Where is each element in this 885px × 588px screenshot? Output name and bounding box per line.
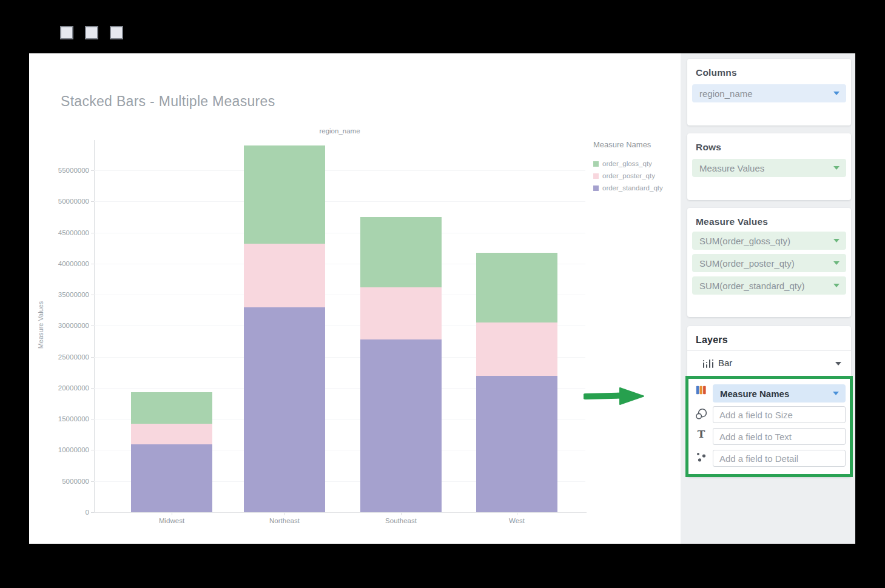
bar-segment-order_standard_qty-midwest[interactable] xyxy=(131,444,212,512)
x-axis-tick xyxy=(517,513,517,515)
legend-swatch-icon xyxy=(593,161,599,167)
legend-swatch-icon xyxy=(593,173,599,179)
column-axis-label: region_name xyxy=(94,127,585,135)
size-field-input[interactable] xyxy=(713,406,846,423)
rows-field-pill[interactable]: Measure Values xyxy=(692,159,846,177)
legend-title: Measure Names xyxy=(593,140,678,149)
y-axis-tick xyxy=(91,170,94,171)
y-tick-label: 5000000 xyxy=(35,478,89,485)
bar-segment-order_gloss_qty-west[interactable] xyxy=(476,253,557,322)
plot-area: 0500000010000000150000002000000025000000… xyxy=(94,140,585,512)
legend-label: order_standard_qty xyxy=(602,184,663,192)
bar-segment-order_poster_qty-midwest[interactable] xyxy=(131,424,212,444)
bar-chart-icon xyxy=(702,358,716,369)
measure-values-header: Measure Values xyxy=(687,208,851,227)
layers-header: Layers xyxy=(687,326,851,346)
rows-field-label: Measure Values xyxy=(699,163,764,173)
measure-values-shelf: Measure Values SUM(order_gloss_qty)SUM(o… xyxy=(687,208,851,317)
x-axis-tick xyxy=(401,513,402,515)
measure-value-pill[interactable]: SUM(order_poster_qty) xyxy=(692,254,846,272)
gridline xyxy=(94,170,585,171)
layer-type-row[interactable]: Bar xyxy=(687,351,851,376)
legend-item-order_poster_qty[interactable]: order_poster_qty xyxy=(593,170,678,182)
legend-label: order_poster_qty xyxy=(602,172,655,179)
y-axis-tick xyxy=(91,201,94,202)
bar-segment-order_gloss_qty-northeast[interactable] xyxy=(244,145,325,244)
layer-type-label: Bar xyxy=(718,358,732,368)
legend-item-order_gloss_qty[interactable]: order_gloss_qty xyxy=(593,158,678,170)
detail-field-input[interactable] xyxy=(713,450,846,467)
measure-value-pill[interactable]: SUM(order_standard_qty) xyxy=(692,276,846,295)
color-field-pill[interactable]: Measure Names xyxy=(713,384,846,403)
y-axis-tick xyxy=(91,264,94,264)
titlebar-square-1[interactable] xyxy=(60,26,73,39)
chevron-down-icon[interactable] xyxy=(833,284,840,287)
y-tick-label: 35000000 xyxy=(35,291,89,298)
bar-segment-order_gloss_qty-southeast[interactable] xyxy=(360,217,442,287)
gridline xyxy=(94,201,585,202)
gridline xyxy=(94,233,585,233)
color-icon xyxy=(695,384,707,396)
bar-segment-order_poster_qty-northeast[interactable] xyxy=(244,244,325,307)
sidebar: Columns region_name Rows Measure Values … xyxy=(681,53,855,544)
chevron-down-icon[interactable] xyxy=(833,166,840,170)
x-axis-tick xyxy=(284,513,285,515)
legend-item-order_standard_qty[interactable]: order_standard_qty xyxy=(593,182,678,194)
x-axis-tick xyxy=(172,513,172,515)
y-tick-label: 20000000 xyxy=(35,384,89,392)
legend-label: order_gloss_qty xyxy=(602,160,652,167)
app-window: Stacked Bars - Multiple Measures region_… xyxy=(29,53,855,544)
columns-field-label: region_name xyxy=(699,89,753,99)
color-field-label: Measure Names xyxy=(720,389,789,399)
chevron-down-icon[interactable] xyxy=(833,92,840,95)
y-tick-label: 15000000 xyxy=(35,415,89,423)
y-tick-label: 10000000 xyxy=(35,446,89,453)
legend-swatch-icon xyxy=(593,185,599,191)
columns-shelf: Columns region_name xyxy=(687,59,851,125)
size-icon xyxy=(695,408,707,420)
y-axis-tick xyxy=(91,419,94,419)
y-axis-tick xyxy=(91,481,94,482)
titlebar-square-2[interactable] xyxy=(85,26,98,39)
y-axis-tick xyxy=(91,295,94,295)
chevron-down-icon[interactable] xyxy=(833,239,840,242)
legend: Measure Names order_gloss_qtyorder_poste… xyxy=(593,140,678,194)
chevron-down-icon[interactable] xyxy=(835,362,841,366)
rows-shelf: Rows Measure Values xyxy=(687,133,851,200)
y-axis-tick xyxy=(91,357,94,358)
x-tick-label-southeast: Southeast xyxy=(360,517,442,524)
y-axis-tick xyxy=(91,450,94,450)
y-tick-label: 55000000 xyxy=(35,167,89,174)
bar-segment-order_standard_qty-west[interactable] xyxy=(476,376,557,512)
chevron-down-icon[interactable] xyxy=(833,261,840,265)
chevron-down-icon[interactable] xyxy=(833,392,839,395)
y-tick-label: 25000000 xyxy=(35,353,89,361)
measure-value-pill[interactable]: SUM(order_gloss_qty) xyxy=(692,232,846,250)
bar-segment-order_standard_qty-northeast[interactable] xyxy=(244,307,325,512)
measure-value-label: SUM(order_standard_qty) xyxy=(699,281,804,291)
rows-header: Rows xyxy=(687,133,851,153)
x-tick-label-northeast: Northeast xyxy=(244,517,325,524)
y-axis-tick xyxy=(91,326,94,326)
bar-segment-order_poster_qty-west[interactable] xyxy=(476,322,557,376)
y-tick-label: 0 xyxy=(35,509,89,516)
columns-header: Columns xyxy=(687,59,851,78)
chart-title: Stacked Bars - Multiple Measures xyxy=(61,93,275,110)
text-field-input[interactable] xyxy=(713,428,846,445)
annotation-arrow-icon xyxy=(584,385,647,408)
y-axis-tick xyxy=(91,388,94,389)
y-tick-label: 50000000 xyxy=(35,198,89,205)
y-axis-tick xyxy=(91,512,94,513)
bar-segment-order_gloss_qty-midwest[interactable] xyxy=(131,392,212,424)
measure-value-label: SUM(order_poster_qty) xyxy=(699,258,795,269)
titlebar-square-3[interactable] xyxy=(110,26,123,39)
y-tick-label: 45000000 xyxy=(35,229,89,236)
bar-segment-order_standard_qty-southeast[interactable] xyxy=(360,339,442,512)
y-tick-label: 40000000 xyxy=(35,260,89,267)
x-axis-line xyxy=(94,512,587,513)
x-tick-label-midwest: Midwest xyxy=(131,517,212,524)
bar-segment-order_poster_qty-southeast[interactable] xyxy=(360,287,442,339)
text-icon: T xyxy=(695,428,707,440)
x-tick-label-west: West xyxy=(476,517,557,524)
columns-field-pill[interactable]: region_name xyxy=(692,84,846,102)
